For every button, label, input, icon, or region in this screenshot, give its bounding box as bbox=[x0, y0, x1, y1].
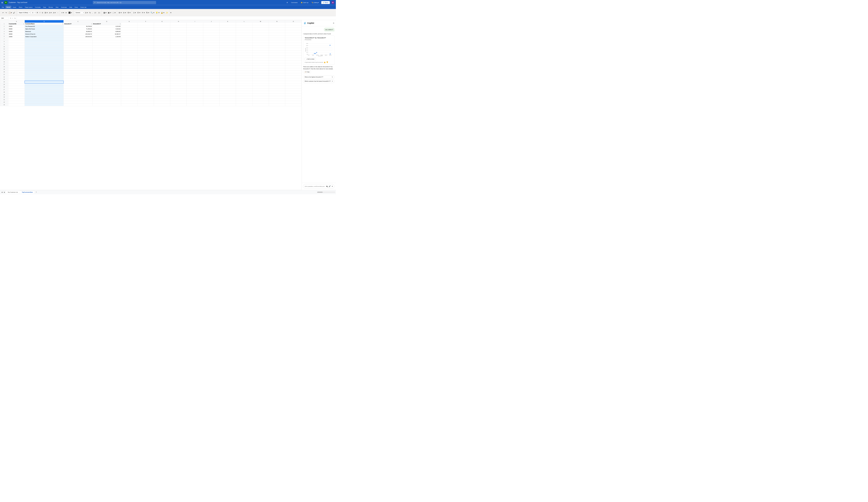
cell[interactable] bbox=[269, 50, 285, 53]
cell[interactable] bbox=[137, 91, 154, 94]
cell[interactable] bbox=[137, 104, 154, 106]
cell[interactable] bbox=[92, 73, 121, 76]
cell[interactable] bbox=[285, 78, 301, 81]
cell[interactable] bbox=[137, 78, 154, 81]
cell[interactable] bbox=[252, 35, 269, 38]
cell[interactable] bbox=[203, 68, 219, 71]
cell[interactable] bbox=[92, 71, 121, 73]
menu-draw[interactable]: Draw bbox=[73, 6, 79, 8]
clear-button[interactable]: ✕ ▾ bbox=[141, 11, 145, 14]
cell[interactable] bbox=[25, 65, 64, 68]
cell[interactable] bbox=[236, 43, 252, 45]
cell[interactable] bbox=[92, 53, 121, 55]
cell[interactable] bbox=[25, 76, 64, 78]
cell[interactable] bbox=[154, 68, 170, 71]
menu-help[interactable]: Help bbox=[68, 6, 73, 8]
cell[interactable] bbox=[203, 71, 219, 73]
cell[interactable] bbox=[154, 96, 170, 98]
col-header-l[interactable]: L bbox=[236, 20, 252, 23]
decrease-decimal-button[interactable]: .0↓ bbox=[97, 11, 101, 14]
cell[interactable] bbox=[219, 48, 236, 50]
cell[interactable] bbox=[285, 35, 301, 38]
cell[interactable] bbox=[252, 63, 269, 65]
cell[interactable] bbox=[137, 68, 154, 71]
fill-color-button[interactable]: A ▾ bbox=[49, 11, 52, 14]
cell[interactable] bbox=[269, 25, 285, 28]
menu-share[interactable]: Share bbox=[18, 6, 23, 8]
cell[interactable] bbox=[170, 35, 187, 38]
cell[interactable] bbox=[170, 60, 187, 63]
col-header-o[interactable]: O bbox=[285, 20, 301, 23]
cell[interactable] bbox=[219, 63, 236, 65]
cell[interactable] bbox=[137, 71, 154, 73]
cell[interactable] bbox=[64, 91, 92, 94]
cell[interactable] bbox=[92, 83, 121, 86]
cell[interactable] bbox=[8, 98, 24, 101]
font-size-selector[interactable]: 11 bbox=[31, 11, 36, 14]
cell[interactable] bbox=[154, 60, 170, 63]
cell[interactable] bbox=[269, 91, 285, 94]
delete-cells-button[interactable]: ⊖ ▾ bbox=[123, 11, 126, 14]
cell[interactable] bbox=[64, 78, 92, 81]
cell[interactable] bbox=[154, 93, 170, 96]
cell[interactable] bbox=[203, 43, 219, 45]
cell[interactable] bbox=[219, 96, 236, 98]
cell[interactable] bbox=[203, 40, 219, 43]
cell[interactable] bbox=[137, 88, 154, 91]
cell[interactable] bbox=[154, 63, 170, 65]
cell[interactable] bbox=[137, 28, 154, 30]
cell[interactable] bbox=[25, 38, 64, 40]
cell[interactable] bbox=[187, 73, 203, 76]
cell[interactable] bbox=[219, 104, 236, 106]
cell[interactable] bbox=[25, 55, 64, 58]
cell[interactable]: AmountLCY ▾ bbox=[64, 23, 92, 25]
cell[interactable] bbox=[269, 28, 285, 30]
cell[interactable] bbox=[285, 98, 301, 101]
cell[interactable] bbox=[252, 43, 269, 45]
cell[interactable] bbox=[92, 60, 121, 63]
cell[interactable] bbox=[137, 43, 154, 45]
cell[interactable] bbox=[285, 48, 301, 50]
cell[interactable] bbox=[25, 104, 64, 106]
italic-button[interactable]: I bbox=[39, 11, 41, 14]
cell[interactable]: School of Fine Art bbox=[25, 33, 64, 35]
cell[interactable] bbox=[154, 65, 170, 68]
cell[interactable] bbox=[92, 78, 121, 81]
col-header-b[interactable]: B bbox=[25, 20, 64, 23]
format-cells-button[interactable]: ⚙ ▾ bbox=[127, 11, 131, 14]
cell[interactable] bbox=[8, 73, 24, 76]
col-header-i[interactable]: I bbox=[187, 20, 203, 23]
menu-insert[interactable]: Insert bbox=[12, 6, 17, 8]
cell[interactable] bbox=[252, 48, 269, 50]
cell[interactable] bbox=[121, 63, 137, 65]
cell[interactable] bbox=[219, 25, 236, 28]
cell[interactable] bbox=[236, 98, 252, 101]
cell[interactable]: 4,214.60 bbox=[92, 25, 121, 28]
cell[interactable] bbox=[187, 101, 203, 104]
cell[interactable] bbox=[137, 40, 154, 43]
cell[interactable] bbox=[92, 55, 121, 58]
cell[interactable] bbox=[269, 98, 285, 101]
col-header-j[interactable]: J bbox=[203, 20, 219, 23]
cell[interactable] bbox=[121, 33, 137, 35]
cell[interactable] bbox=[137, 48, 154, 50]
cell[interactable] bbox=[203, 96, 219, 98]
cell[interactable] bbox=[269, 30, 285, 33]
cell[interactable] bbox=[25, 81, 64, 83]
cell[interactable] bbox=[121, 96, 137, 98]
cell[interactable] bbox=[187, 78, 203, 81]
cell[interactable] bbox=[187, 86, 203, 88]
cell[interactable] bbox=[269, 38, 285, 40]
cell[interactable]: CustomerName ▾ bbox=[25, 23, 64, 25]
cell[interactable] bbox=[269, 88, 285, 91]
cell[interactable] bbox=[25, 53, 64, 55]
cell[interactable] bbox=[121, 88, 137, 91]
cell[interactable] bbox=[187, 88, 203, 91]
cell[interactable] bbox=[154, 48, 170, 50]
cell[interactable] bbox=[285, 88, 301, 91]
cell[interactable] bbox=[8, 81, 24, 83]
cell[interactable] bbox=[203, 53, 219, 55]
cell[interactable] bbox=[269, 71, 285, 73]
cell[interactable] bbox=[170, 88, 187, 91]
cell[interactable] bbox=[64, 43, 92, 45]
